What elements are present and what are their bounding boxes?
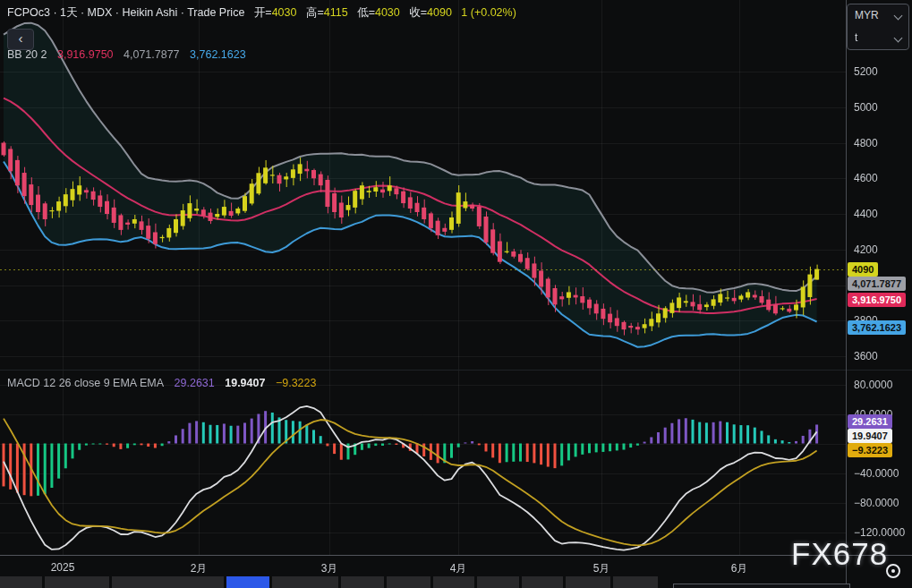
change-percent: 1 (+0.02%) bbox=[461, 6, 516, 19]
symbol-title: FCPOc3 · 1天 · MDX · Heikin Ashi · Trade … bbox=[7, 6, 244, 19]
bb-indicator-legend[interactable]: BB 20 2 3,916.9750 4,071.7877 3,762.1623 bbox=[7, 48, 253, 61]
bottom-strip-cell[interactable] bbox=[0, 576, 42, 588]
macd-indicator-legend[interactable]: MACD 12 26 close 9 EMA EMA 29.2631 19.94… bbox=[7, 377, 323, 389]
price-tick: 4800 bbox=[854, 137, 878, 149]
axis-dropdown-box: MYR t bbox=[847, 4, 909, 50]
macd-tick: −40.0000 bbox=[854, 467, 899, 480]
currency-value: MYR bbox=[855, 9, 879, 21]
bottom-strip-active-cell[interactable] bbox=[226, 576, 269, 588]
timeline-label[interactable]: 4月 bbox=[450, 561, 467, 576]
macd_signal-badge: −9.3223 bbox=[848, 443, 892, 457]
ohlc-high: 高=4115 bbox=[306, 6, 348, 19]
macd-legend-title: MACD 12 26 close 9 EMA EMA bbox=[7, 377, 164, 389]
bottom-strip-cell[interactable] bbox=[566, 576, 610, 588]
unit-dropdown[interactable]: t bbox=[848, 27, 908, 49]
price-tick: 3600 bbox=[854, 350, 878, 362]
bottom-strip-box[interactable] bbox=[673, 584, 850, 588]
bb_upper-badge: 4,071.7877 bbox=[848, 277, 906, 291]
unit-value: t bbox=[855, 31, 857, 44]
chart-header: FCPOc3 · 1天 · MDX · Heikin Ashi · Trade … bbox=[7, 5, 516, 21]
bottom-strip-cell[interactable] bbox=[477, 576, 519, 588]
macd_line-badge: 19.9407 bbox=[848, 429, 892, 443]
macd-hist-value: 29.2631 bbox=[175, 377, 215, 389]
macd-tick: −80.0000 bbox=[854, 497, 899, 509]
trading-chart-app: FCPOc3 · 1天 · MDX · Heikin Ashi · Trade … bbox=[0, 0, 912, 588]
pane-divider[interactable] bbox=[0, 370, 912, 371]
bb-upper-value: 4,071.7877 bbox=[124, 48, 180, 61]
timeline-label[interactable]: 2月 bbox=[191, 561, 208, 576]
back-button[interactable]: ‹ bbox=[7, 29, 34, 50]
currency-dropdown[interactable]: MYR bbox=[848, 4, 908, 27]
timeline-label[interactable]: 3月 bbox=[321, 561, 338, 576]
price-tick: 5200 bbox=[854, 65, 878, 78]
bb-basis-value: 3,916.9750 bbox=[57, 48, 114, 61]
last_price-badge: 4090 bbox=[848, 262, 878, 277]
bb_lower-badge: 3,762.1623 bbox=[848, 320, 906, 335]
fx678-logo-icon bbox=[886, 564, 900, 578]
timeline-label[interactable]: 5月 bbox=[593, 561, 610, 576]
chart-canvas[interactable] bbox=[0, 0, 846, 588]
timeline-label[interactable]: 6月 bbox=[731, 561, 748, 576]
macd-line-value: 19.9407 bbox=[225, 377, 265, 389]
price-axis[interactable]: 52005000480046004400420040003800360080.0… bbox=[846, 0, 912, 588]
price-tick: 4600 bbox=[854, 172, 878, 184]
macd-signal-value: −9.3223 bbox=[276, 377, 317, 389]
chevron-down-icon bbox=[894, 12, 903, 21]
chevron-down-icon bbox=[894, 34, 903, 43]
bottom-strip-cell[interactable] bbox=[433, 576, 474, 588]
bottom-strip-cell[interactable] bbox=[272, 576, 338, 588]
bottom-strip-cell[interactable] bbox=[387, 576, 430, 588]
macd-tick: 80.0000 bbox=[854, 379, 892, 391]
price-tick: 4200 bbox=[854, 243, 878, 256]
fx678-watermark: FX678 bbox=[791, 536, 888, 572]
ohlc-close: 收=4090 bbox=[409, 6, 452, 19]
price-tick: 4400 bbox=[854, 208, 878, 220]
timeline-divider bbox=[0, 555, 912, 556]
price-tick: 5000 bbox=[854, 101, 878, 114]
ohlc-open: 开=4030 bbox=[254, 6, 297, 19]
bottom-strip-cell[interactable] bbox=[341, 576, 384, 588]
bb_basis-badge: 3,916.9750 bbox=[848, 293, 906, 307]
macd_hist-badge: 29.2631 bbox=[848, 414, 892, 429]
ohlc-low: 低=4030 bbox=[357, 6, 400, 19]
bottom-strip-cell[interactable] bbox=[522, 576, 563, 588]
chevron-left-icon: ‹ bbox=[19, 30, 23, 46]
bottom-strip-cell[interactable] bbox=[613, 576, 658, 588]
bb-lower-value: 3,762.1623 bbox=[190, 48, 246, 61]
bottom-strip-cell[interactable] bbox=[45, 576, 109, 588]
timeline-label[interactable]: 2025 bbox=[51, 561, 75, 574]
bottom-strip-cell[interactable] bbox=[112, 576, 224, 588]
bb-legend-title: BB 20 2 bbox=[7, 48, 47, 61]
